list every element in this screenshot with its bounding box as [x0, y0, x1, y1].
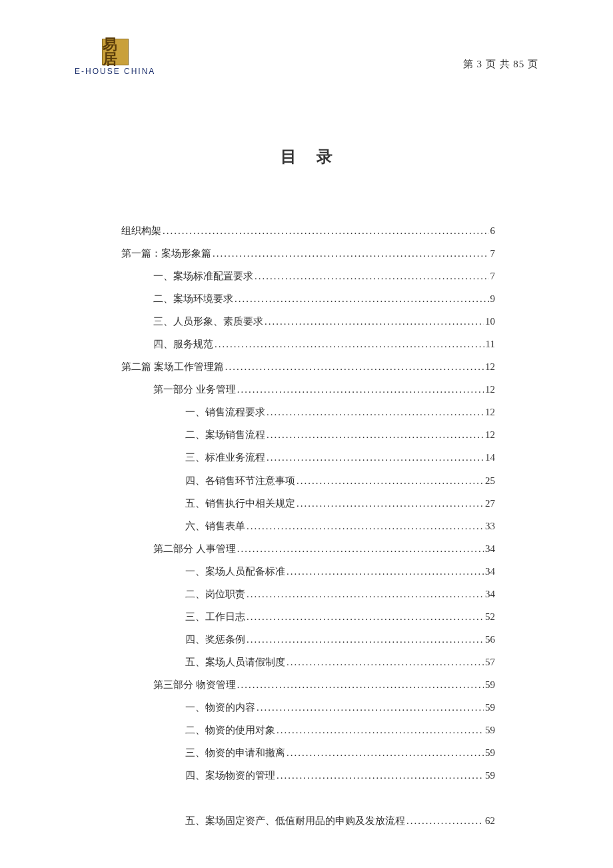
toc-entry: 五、销售执行中相关规定 27	[121, 492, 495, 515]
toc-leader-dots	[225, 355, 484, 378]
toc-leader-dots	[287, 560, 484, 583]
toc-entry-label: 二、案场环境要求	[153, 287, 233, 310]
toc-entry-page: 6	[490, 219, 496, 242]
toc-entry-label: 三、人员形象、素质要求	[153, 310, 263, 333]
toc-leader-dots	[247, 628, 484, 651]
toc-entry: 四、各销售环节注意事项 25	[121, 469, 495, 492]
toc-entry-page: 59	[485, 764, 495, 787]
toc-entry-page: 62	[485, 809, 495, 832]
toc-leader-dots	[267, 423, 484, 446]
toc-entry-page: 11	[486, 333, 495, 355]
toc-entry-page: 12	[485, 355, 495, 378]
toc-entry-label: 一、物资的内容	[185, 696, 255, 719]
toc-entry-label: 二、岗位职责	[185, 583, 245, 605]
toc-entry-page: 57	[485, 651, 495, 673]
toc-entry: 四、案场物资的管理 59	[121, 764, 495, 787]
toc-entry-page: 59	[485, 673, 495, 696]
toc-entry: 第二篇 案场工作管理篇12	[121, 355, 495, 378]
toc-leader-dots	[213, 242, 489, 265]
toc-entry: 二、岗位职责 34	[121, 583, 495, 605]
toc-entry-label: 第一篇：案场形象篇	[121, 242, 211, 265]
toc-entry-label: 六、销售表单	[185, 515, 245, 537]
toc-leader-dots	[297, 492, 484, 515]
logo: 易居 E-HOUSE CHINA	[75, 39, 155, 76]
toc-leader-dots	[267, 446, 484, 469]
toc-leader-dots	[277, 719, 484, 741]
toc-leader-dots	[267, 401, 484, 423]
toc-entry-label: 三、标准业务流程	[185, 446, 265, 469]
toc-entry-label: 一、销售流程要求	[185, 401, 265, 423]
toc-entry-page: 34	[485, 560, 495, 583]
toc-leader-dots	[215, 333, 484, 355]
toc-entry-label: 五、案场人员请假制度	[185, 651, 285, 673]
toc-leader-dots	[287, 741, 484, 764]
toc-leader-dots	[406, 809, 484, 832]
toc-leader-dots	[235, 287, 489, 310]
toc-entry-page: 12	[485, 378, 495, 401]
toc-entry: 三、人员形象、素质要求10	[121, 310, 495, 333]
toc-leader-dots	[297, 469, 484, 492]
toc-entry: 第一部分 业务管理12	[121, 378, 495, 401]
toc-entry: 二、物资的使用对象 59	[121, 719, 495, 741]
toc-entry-label: 三、工作日志	[185, 605, 245, 628]
toc-entry-page: 14	[485, 446, 495, 469]
toc-entry: 五、案场固定资产、低值耐用品的申购及发放流程 62	[121, 809, 495, 832]
page-number: 第 3 页 共 85 页	[463, 58, 538, 76]
toc-entry-page: 52	[485, 605, 495, 628]
toc-leader-dots	[265, 310, 484, 333]
toc-entry-label: 四、各销售环节注意事项	[185, 469, 295, 492]
toc-entry-page: 7	[490, 265, 496, 287]
toc-entry-page: 9	[490, 287, 496, 310]
toc-entry: 第二部分 人事管理 34	[121, 537, 495, 560]
toc-entry-page: 59	[485, 741, 495, 764]
page-title: 目录	[75, 146, 538, 167]
toc-entry-label: 一、案场标准配置要求	[153, 265, 253, 287]
toc-entry-page: 7	[490, 242, 496, 265]
toc-entry: 三、工作日志 52	[121, 605, 495, 628]
toc-entry-label: 第一部分 业务管理	[153, 378, 236, 401]
toc-entry-label: 四、奖惩条例	[185, 628, 245, 651]
toc-entry-label: 四、服务规范	[153, 333, 213, 355]
toc-entry: 一、销售流程要求 12	[121, 401, 495, 423]
toc-entry-page: 27	[485, 492, 495, 515]
toc-entry: 二、案场销售流程 12	[121, 423, 495, 446]
toc-leader-dots	[247, 605, 484, 628]
toc-entry-page: 10	[485, 310, 495, 333]
toc-entry: 一、物资的内容 59	[121, 696, 495, 719]
logo-text: E-HOUSE CHINA	[75, 67, 155, 76]
toc-entry-label: 二、案场销售流程	[185, 423, 265, 446]
toc-entry-page: 56	[485, 628, 495, 651]
toc-entry-page: 59	[485, 719, 495, 741]
table-of-contents: 组织构架6第一篇：案场形象篇7一、案场标准配置要求7二、案场环境要求9三、人员形…	[75, 219, 538, 832]
toc-entry-label: 五、案场固定资产、低值耐用品的申购及发放流程	[185, 809, 405, 832]
toc-entry-page: 12	[485, 423, 495, 446]
toc-entry-label: 组织构架	[121, 219, 161, 242]
toc-entry: 二、案场环境要求9	[121, 287, 495, 310]
toc-entry: 四、奖惩条例 56	[121, 628, 495, 651]
toc-entry: 第三部分 物资管理 59	[121, 673, 495, 696]
toc-entry: 五、案场人员请假制度 57	[121, 651, 495, 673]
toc-leader-dots	[255, 265, 489, 287]
toc-leader-dots	[247, 583, 484, 605]
toc-entry-label: 五、销售执行中相关规定	[185, 492, 295, 515]
toc-entry: 一、案场人员配备标准 34	[121, 560, 495, 583]
toc-entry: 第一篇：案场形象篇7	[121, 242, 495, 265]
toc-leader-dots	[237, 537, 484, 560]
toc-entry-label: 第二篇 案场工作管理篇	[121, 355, 224, 378]
toc-entry: 六、销售表单 33	[121, 515, 495, 537]
toc-entry: 三、标准业务流程 14	[121, 446, 495, 469]
page-header: 易居 E-HOUSE CHINA 第 3 页 共 85 页	[75, 39, 538, 76]
toc-leader-dots	[277, 764, 484, 787]
toc-leader-dots	[287, 651, 484, 673]
toc-entry: 三、物资的申请和撤离 59	[121, 741, 495, 764]
toc-entry-label: 四、案场物资的管理	[185, 764, 275, 787]
toc-entry-page: 12	[485, 401, 495, 423]
toc-entry-page: 34	[485, 583, 495, 605]
logo-mark-icon: 易居	[102, 39, 129, 65]
toc-entry-label: 第二部分 人事管理	[153, 537, 236, 560]
toc-leader-dots	[237, 673, 484, 696]
toc-entry-label: 一、案场人员配备标准	[185, 560, 285, 583]
toc-entry-label: 二、物资的使用对象	[185, 719, 275, 741]
toc-entry: 组织构架6	[121, 219, 495, 242]
toc-entry-page: 34	[485, 537, 495, 560]
